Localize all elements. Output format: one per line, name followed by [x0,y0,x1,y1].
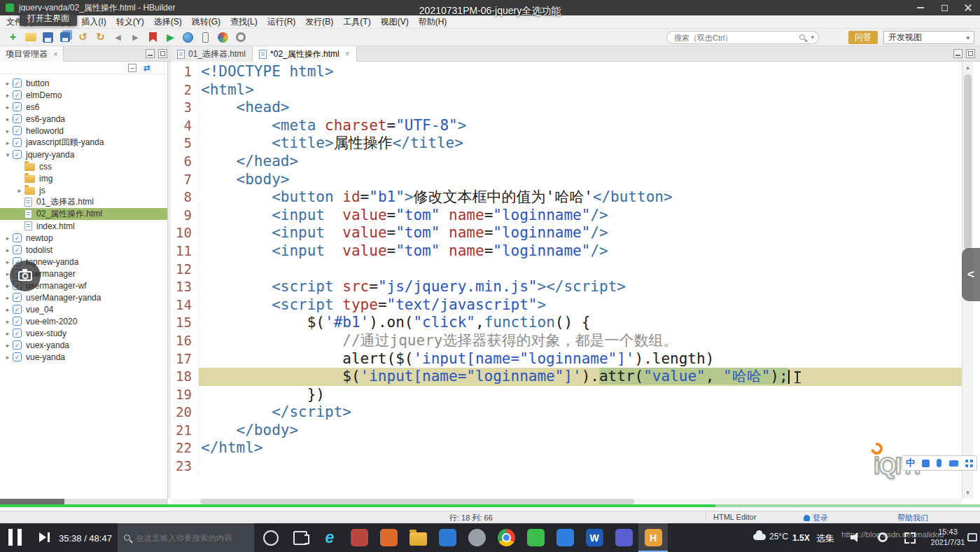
notification-icon[interactable] [967,533,977,541]
edge-icon[interactable]: e [315,523,344,552]
ide-search-input[interactable] [674,34,794,42]
chrome-icon[interactable] [491,523,521,552]
search-caret-icon[interactable]: ▾ [811,34,814,41]
playback-speed-button[interactable]: 1.5X [792,533,810,543]
editor-hscroll-thumb[interactable] [200,499,634,504]
editor-line[interactable]: 18 $('input[name="loginname"]').attr("va… [171,368,962,386]
undo-icon[interactable]: ↺ [75,30,91,45]
hbuilder-icon[interactable]: H [638,523,668,552]
weather-widget[interactable]: 25°C [753,532,788,541]
view-mode-select[interactable]: 开发视图 ▾ [883,31,974,44]
word-icon[interactable]: W [580,523,609,552]
expand-arrow-icon[interactable]: ▸ [3,104,13,111]
back-icon[interactable]: ◀ [110,30,126,45]
menu-item[interactable]: 发行(B) [300,16,338,28]
tree-item[interactable]: 02_属性操作.html [0,208,167,220]
editor-line[interactable]: 11 <input value="tom" name="loginname"/> [171,242,962,261]
editor-line[interactable]: 20 </script> [171,403,962,422]
editor-line[interactable]: 9 <input value="tom" name="loginname"/> [171,207,962,225]
editor-line[interactable]: 21 </body> [171,422,962,440]
menu-item[interactable]: 工具(T) [338,16,375,28]
pause-button[interactable] [8,529,22,546]
tree-item[interactable]: ▸✓vuex-study [0,327,167,339]
tab-close-icon[interactable]: × [345,49,350,59]
ime-mic-icon[interactable] [937,459,941,467]
tree-item[interactable]: img [0,172,167,184]
forward-icon[interactable]: ▶ [127,30,144,45]
phone-preview-icon[interactable] [197,30,214,45]
scroll-up-icon[interactable]: ▲ [962,62,973,73]
run-icon[interactable]: ▶ [162,30,178,45]
tree-item[interactable]: ▸✓javascript回顾-yanda [0,137,167,149]
video-progress-bar[interactable] [0,504,980,507]
minimize-button[interactable] [909,0,932,15]
open-file-icon[interactable] [22,30,38,45]
mail-icon[interactable] [433,523,462,552]
tree-item[interactable]: ▸✓todolist [0,244,167,256]
ime-language-icon[interactable]: 中 [906,457,915,469]
menu-item[interactable]: 运行(R) [262,16,301,28]
expand-arrow-icon[interactable]: ▸ [3,294,13,301]
tree-item[interactable]: ▸✓newtop [0,232,167,244]
collapse-all-icon[interactable] [128,64,136,72]
project-manager-tab[interactable]: 项目管理器 × [0,46,64,62]
task-view-icon[interactable] [286,523,315,552]
tree-item[interactable]: ▸✓vue-elm-2020 [0,315,167,327]
close-button[interactable] [956,0,980,15]
expand-arrow-icon[interactable]: ▸ [3,306,13,313]
menu-item[interactable]: 视图(V) [376,16,414,28]
editor-minimize-button[interactable] [953,49,962,58]
sidebar-hscroll-thumb[interactable] [0,499,64,504]
tree-item[interactable]: ▾✓jquery-yanda [0,149,167,160]
save-icon[interactable] [40,30,56,45]
tree-item[interactable]: ▸✓helloworld [0,125,167,137]
editor-line[interactable]: 12 [171,261,962,279]
ime-keyboard-icon[interactable] [949,460,958,467]
editor-line[interactable]: 16 //通过jquery选择器获得的对象，都是一个数组。 [171,332,962,350]
editor-line[interactable]: 8 <button id="b1">修改文本框中的值为'哈哈'</button> [171,188,962,207]
screenshot-button[interactable] [10,261,41,291]
sidebar-maximize-button[interactable] [158,49,167,58]
code-editor[interactable]: 1<!DOCTYPE html>2<html>3 <head>4 <meta c… [171,62,962,499]
expand-arrow-icon[interactable]: ▸ [15,187,24,194]
app-icon-1[interactable] [344,523,374,552]
qa-button[interactable]: 问答 [848,31,878,44]
editor-line[interactable]: 7 <body> [171,171,962,189]
link-editor-icon[interactable]: ⇄ [144,63,150,73]
expand-arrow-icon[interactable]: ▸ [3,92,13,99]
taskbar-search[interactable] [118,523,255,552]
editor-line[interactable]: 13 <script src="js/jquery.min.js"></scri… [171,278,962,296]
expand-arrow-icon[interactable]: ▸ [3,235,13,242]
save-all-icon[interactable] [57,30,74,45]
editor-line[interactable]: 17 alert($('input[name="loginname"]').le… [171,350,962,368]
expand-arrow-icon[interactable]: ▸ [3,354,13,361]
menu-item[interactable]: 选择(S) [149,16,187,28]
ide-search-box[interactable]: ▾ [666,31,819,44]
tree-item[interactable]: ▸✓vuex-yanda [0,339,167,351]
system-settings-icon[interactable] [462,523,491,552]
episodes-button[interactable]: 选集 [816,532,834,545]
editor-maximize-button[interactable] [966,49,975,58]
expand-arrow-icon[interactable]: ▸ [3,247,13,254]
tree-item[interactable]: ▸✓vue_04 [0,303,167,315]
wechat-icon[interactable] [521,523,550,552]
editor-mode[interactable]: HTML Editor [706,513,756,521]
app-icon-2[interactable] [374,523,403,552]
new-file-icon[interactable]: + [5,30,21,45]
tree-item[interactable]: 01_选择器.html [0,196,167,208]
tree-item[interactable]: css [0,160,167,172]
scroll-down-icon[interactable]: ▼ [962,488,973,498]
editor-line[interactable]: 23 [171,457,962,476]
editor-line[interactable]: 19 }) [171,386,962,404]
menu-item[interactable]: 插入(I) [76,16,111,28]
menu-item[interactable]: 跳转(G) [187,16,225,28]
photos-icon[interactable] [550,523,580,552]
editor-line[interactable]: 4 <meta charset="UTF-8"> [171,117,962,135]
editor-line[interactable]: 15 $('#b1').on("click",function() { [171,314,962,332]
menu-item[interactable]: 转义(Y) [111,16,149,28]
editor-hscrollbar[interactable] [171,499,962,504]
editor-tab[interactable]: *02_属性操作.html× [253,46,357,62]
editor-line[interactable]: 2<html> [171,81,962,99]
tree-item[interactable]: ▸✓elmDemo [0,89,167,101]
panel-close-icon[interactable]: × [53,50,57,58]
